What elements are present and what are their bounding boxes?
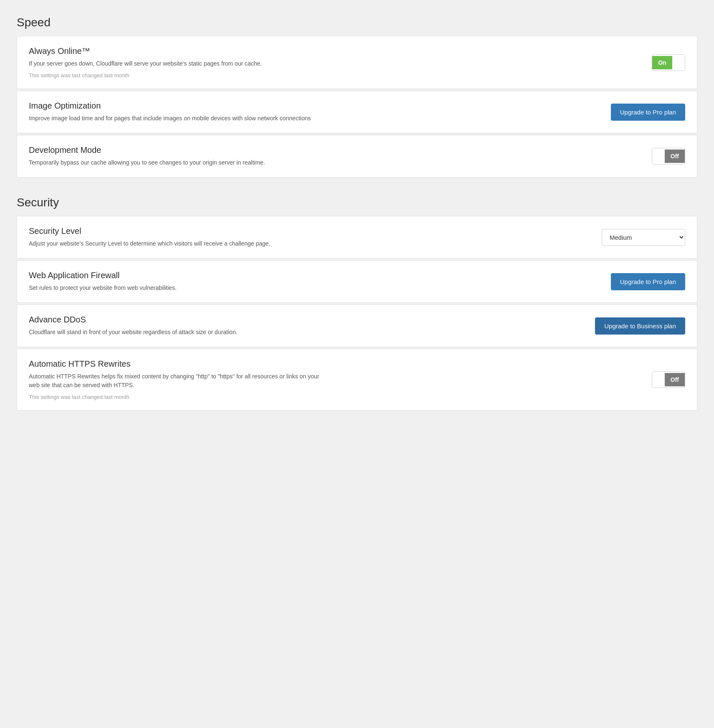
- always-online-info: Always Online™ If your server goes down,…: [29, 46, 321, 79]
- development-mode-desc: Temporarily bypass our cache allowing yo…: [29, 158, 321, 167]
- https-rewrites-control: Off: [593, 371, 685, 388]
- waf-row: Web Application Firewall Set rules to pr…: [17, 260, 697, 303]
- always-online-title: Always Online™: [29, 46, 321, 56]
- security-level-row: Security Level Adjust your website's Sec…: [17, 216, 697, 259]
- waf-upgrade-button[interactable]: Upgrade to Pro plan: [611, 273, 685, 290]
- security-level-title: Security Level: [29, 226, 321, 236]
- development-mode-title: Development Mode: [29, 145, 321, 155]
- waf-desc: Set rules to protect your website from w…: [29, 284, 321, 292]
- security-settings-list: Security Level Adjust your website's Sec…: [17, 216, 697, 412]
- https-rewrites-meta: This settings was last changed last mont…: [29, 394, 321, 400]
- always-online-desc: If your server goes down, Cloudflare wil…: [29, 59, 321, 68]
- ddos-control: Upgrade to Business plan: [593, 317, 685, 335]
- toggle-off-label[interactable]: Off: [665, 150, 685, 163]
- image-optimization-desc: Improve image load time and for pages th…: [29, 114, 321, 123]
- waf-info: Web Application Firewall Set rules to pr…: [29, 271, 321, 292]
- security-level-select[interactable]: Low Medium High I'm Under Attack!: [602, 229, 685, 246]
- speed-settings-list: Always Online™ If your server goes down,…: [17, 36, 697, 179]
- always-online-meta: This settings was last changed last mont…: [29, 72, 321, 79]
- always-online-toggle[interactable]: On: [652, 54, 685, 71]
- image-optimization-row: Image Optimization Improve image load ti…: [17, 91, 697, 133]
- https-rewrites-info: Automatic HTTPS Rewrites Automatic HTTPS…: [29, 359, 321, 400]
- waf-control: Upgrade to Pro plan: [593, 273, 685, 290]
- always-online-row: Always Online™ If your server goes down,…: [17, 36, 697, 89]
- https-rewrites-desc: Automatic HTTPS Rewrites helps fix mixed…: [29, 372, 321, 390]
- speed-section-title: Speed: [17, 16, 697, 29]
- ddos-title: Advance DDoS: [29, 315, 321, 325]
- ddos-desc: Cloudflare will stand in front of your w…: [29, 328, 321, 337]
- https-toggle-off-label[interactable]: Off: [665, 373, 685, 386]
- security-section-title: Security: [17, 196, 697, 209]
- https-toggle-on-side[interactable]: [652, 372, 665, 388]
- ddos-info: Advance DDoS Cloudflare will stand in fr…: [29, 315, 321, 337]
- development-mode-info: Development Mode Temporarily bypass our …: [29, 145, 321, 167]
- https-rewrites-row: Automatic HTTPS Rewrites Automatic HTTPS…: [17, 349, 697, 411]
- https-rewrites-toggle[interactable]: Off: [652, 371, 685, 388]
- ddos-row: Advance DDoS Cloudflare will stand in fr…: [17, 304, 697, 347]
- toggle-off-side[interactable]: [672, 55, 685, 71]
- https-rewrites-title: Automatic HTTPS Rewrites: [29, 359, 321, 369]
- toggle-on-side[interactable]: [652, 148, 665, 164]
- image-optimization-control: Upgrade to Pro plan: [593, 104, 685, 121]
- waf-title: Web Application Firewall: [29, 271, 321, 280]
- security-level-info: Security Level Adjust your website's Sec…: [29, 226, 321, 248]
- toggle-on-label[interactable]: On: [652, 56, 672, 69]
- development-mode-control: Off: [593, 148, 685, 165]
- image-optimization-upgrade-button[interactable]: Upgrade to Pro plan: [611, 104, 685, 121]
- ddos-upgrade-button[interactable]: Upgrade to Business plan: [595, 317, 685, 335]
- security-level-desc: Adjust your website's Security Level to …: [29, 239, 321, 248]
- image-optimization-info: Image Optimization Improve image load ti…: [29, 101, 321, 123]
- always-online-control: On: [593, 54, 685, 71]
- image-optimization-title: Image Optimization: [29, 101, 321, 111]
- development-mode-toggle[interactable]: Off: [652, 148, 685, 165]
- security-level-control: Low Medium High I'm Under Attack!: [593, 229, 685, 246]
- development-mode-row: Development Mode Temporarily bypass our …: [17, 135, 697, 178]
